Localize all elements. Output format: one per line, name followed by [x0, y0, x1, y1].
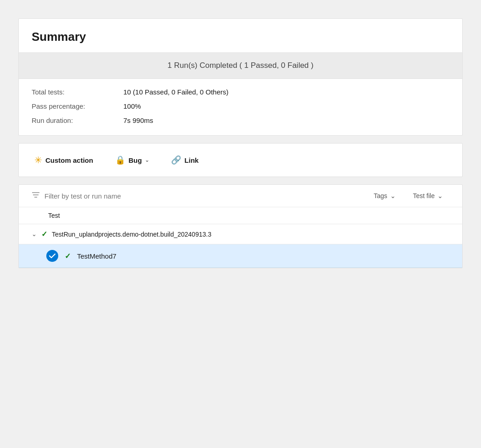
total-tests-row: Total tests: 10 (10 Passed, 0 Failed, 0 … [32, 88, 449, 96]
test-method-pass-icon: ✓ [65, 252, 71, 260]
table-header-row: Test [19, 207, 462, 224]
test-method-name: TestMethod7 [77, 252, 116, 260]
test-file-label: Test file [413, 192, 435, 199]
pass-percentage-label: Pass percentage: [32, 102, 123, 110]
pass-percentage-row: Pass percentage: 100% [32, 102, 449, 110]
tags-chevron-icon: ⌄ [390, 192, 396, 199]
selected-indicator-icon [46, 250, 58, 262]
run-duration-label: Run duration: [32, 116, 123, 124]
test-column-header: Test [32, 212, 60, 219]
bug-button[interactable]: 🔒 Bug ⌄ [112, 153, 152, 167]
page-title: Summary [19, 19, 462, 53]
link-button[interactable]: 🔗 Link [168, 153, 201, 167]
stats-section: Total tests: 10 (10 Passed, 0 Failed, 0 … [19, 79, 462, 135]
pass-checkmark-icon: ✓ [41, 230, 47, 238]
test-run-name: TestRun_uplandprojects.demo-dotnet.build… [52, 231, 211, 238]
asterisk-icon: ✳ [34, 155, 42, 166]
run-duration-row: Run duration: 7s 990ms [32, 116, 449, 124]
test-run-row[interactable]: ⌄ ✓ TestRun_uplandprojects.demo-dotnet.b… [19, 224, 462, 244]
custom-action-label: Custom action [45, 156, 93, 164]
test-method-row[interactable]: ✓ TestMethod7 [19, 244, 462, 268]
actions-card: ✳ Custom action 🔒 Bug ⌄ 🔗 Link [18, 143, 463, 177]
run-duration-value: 7s 990ms [123, 116, 153, 124]
bug-label: Bug [128, 156, 142, 164]
expand-icon[interactable]: ⌄ [32, 231, 37, 238]
bug-chevron-icon: ⌄ [145, 157, 149, 163]
total-tests-value: 10 (10 Passed, 0 Failed, 0 Others) [123, 88, 228, 96]
test-file-dropdown[interactable]: Test file ⌄ [407, 192, 449, 199]
filter-icon [32, 191, 40, 200]
test-file-chevron-icon: ⌄ [437, 192, 443, 199]
tags-label: Tags [374, 192, 387, 199]
filter-table-card: Tags ⌄ Test file ⌄ Test ⌄ ✓ TestRun_upla… [18, 184, 463, 268]
link-icon: 🔗 [171, 155, 181, 165]
pass-percentage-value: 100% [123, 102, 141, 110]
total-tests-label: Total tests: [32, 88, 123, 96]
link-label: Link [184, 156, 199, 164]
custom-action-button[interactable]: ✳ Custom action [32, 153, 96, 167]
filter-row: Tags ⌄ Test file ⌄ [19, 185, 462, 207]
runs-completed-banner: 1 Run(s) Completed ( 1 Passed, 0 Failed … [19, 53, 462, 79]
tags-dropdown[interactable]: Tags ⌄ [367, 192, 402, 199]
summary-card: Summary 1 Run(s) Completed ( 1 Passed, 0… [18, 18, 463, 136]
bug-icon: 🔒 [115, 155, 125, 165]
filter-input[interactable] [44, 192, 363, 200]
